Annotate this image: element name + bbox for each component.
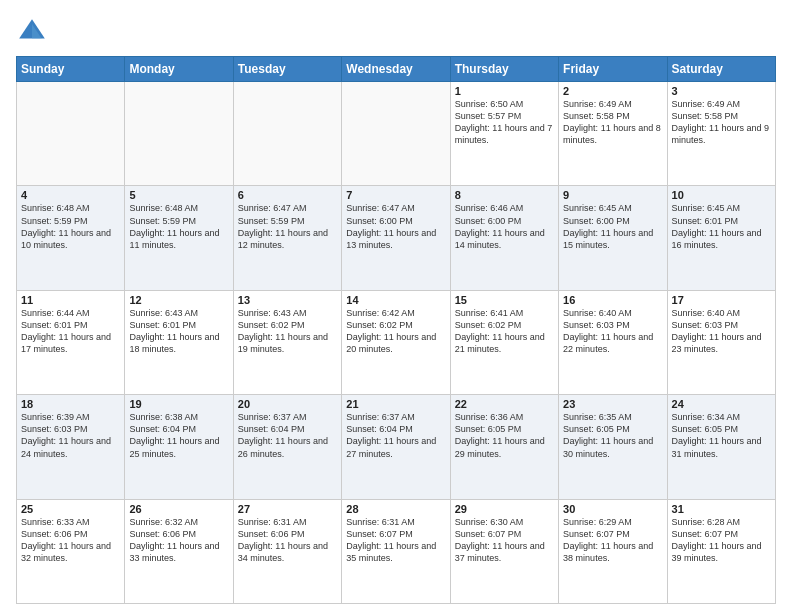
day-number: 18 bbox=[21, 398, 120, 410]
cell-info: Sunrise: 6:46 AM Sunset: 6:00 PM Dayligh… bbox=[455, 202, 554, 251]
cell-info: Sunrise: 6:43 AM Sunset: 6:02 PM Dayligh… bbox=[238, 307, 337, 356]
day-header: Saturday bbox=[667, 57, 775, 82]
cell-info: Sunrise: 6:38 AM Sunset: 6:04 PM Dayligh… bbox=[129, 411, 228, 460]
calendar-header: SundayMondayTuesdayWednesdayThursdayFrid… bbox=[17, 57, 776, 82]
day-number: 17 bbox=[672, 294, 771, 306]
day-number: 25 bbox=[21, 503, 120, 515]
calendar-cell: 16Sunrise: 6:40 AM Sunset: 6:03 PM Dayli… bbox=[559, 290, 667, 394]
calendar-cell: 7Sunrise: 6:47 AM Sunset: 6:00 PM Daylig… bbox=[342, 186, 450, 290]
day-number: 14 bbox=[346, 294, 445, 306]
calendar-cell: 26Sunrise: 6:32 AM Sunset: 6:06 PM Dayli… bbox=[125, 499, 233, 603]
header bbox=[16, 16, 776, 48]
calendar-week-row: 25Sunrise: 6:33 AM Sunset: 6:06 PM Dayli… bbox=[17, 499, 776, 603]
day-number: 6 bbox=[238, 189, 337, 201]
day-number: 15 bbox=[455, 294, 554, 306]
cell-info: Sunrise: 6:37 AM Sunset: 6:04 PM Dayligh… bbox=[346, 411, 445, 460]
calendar-cell: 3Sunrise: 6:49 AM Sunset: 5:58 PM Daylig… bbox=[667, 82, 775, 186]
day-header: Wednesday bbox=[342, 57, 450, 82]
day-number: 27 bbox=[238, 503, 337, 515]
day-number: 4 bbox=[21, 189, 120, 201]
calendar-cell: 19Sunrise: 6:38 AM Sunset: 6:04 PM Dayli… bbox=[125, 395, 233, 499]
day-number: 23 bbox=[563, 398, 662, 410]
cell-info: Sunrise: 6:49 AM Sunset: 5:58 PM Dayligh… bbox=[672, 98, 771, 147]
day-number: 7 bbox=[346, 189, 445, 201]
day-number: 9 bbox=[563, 189, 662, 201]
cell-info: Sunrise: 6:47 AM Sunset: 6:00 PM Dayligh… bbox=[346, 202, 445, 251]
day-number: 10 bbox=[672, 189, 771, 201]
cell-info: Sunrise: 6:33 AM Sunset: 6:06 PM Dayligh… bbox=[21, 516, 120, 565]
calendar-week-row: 4Sunrise: 6:48 AM Sunset: 5:59 PM Daylig… bbox=[17, 186, 776, 290]
calendar-cell bbox=[17, 82, 125, 186]
day-number: 2 bbox=[563, 85, 662, 97]
calendar-week-row: 1Sunrise: 6:50 AM Sunset: 5:57 PM Daylig… bbox=[17, 82, 776, 186]
day-number: 13 bbox=[238, 294, 337, 306]
day-number: 21 bbox=[346, 398, 445, 410]
cell-info: Sunrise: 6:29 AM Sunset: 6:07 PM Dayligh… bbox=[563, 516, 662, 565]
calendar-cell: 25Sunrise: 6:33 AM Sunset: 6:06 PM Dayli… bbox=[17, 499, 125, 603]
day-number: 26 bbox=[129, 503, 228, 515]
cell-info: Sunrise: 6:39 AM Sunset: 6:03 PM Dayligh… bbox=[21, 411, 120, 460]
cell-info: Sunrise: 6:34 AM Sunset: 6:05 PM Dayligh… bbox=[672, 411, 771, 460]
calendar-cell: 15Sunrise: 6:41 AM Sunset: 6:02 PM Dayli… bbox=[450, 290, 558, 394]
cell-info: Sunrise: 6:31 AM Sunset: 6:07 PM Dayligh… bbox=[346, 516, 445, 565]
day-number: 30 bbox=[563, 503, 662, 515]
day-number: 31 bbox=[672, 503, 771, 515]
cell-info: Sunrise: 6:31 AM Sunset: 6:06 PM Dayligh… bbox=[238, 516, 337, 565]
cell-info: Sunrise: 6:40 AM Sunset: 6:03 PM Dayligh… bbox=[672, 307, 771, 356]
calendar-cell: 9Sunrise: 6:45 AM Sunset: 6:00 PM Daylig… bbox=[559, 186, 667, 290]
day-number: 20 bbox=[238, 398, 337, 410]
calendar-cell: 18Sunrise: 6:39 AM Sunset: 6:03 PM Dayli… bbox=[17, 395, 125, 499]
cell-info: Sunrise: 6:36 AM Sunset: 6:05 PM Dayligh… bbox=[455, 411, 554, 460]
day-number: 3 bbox=[672, 85, 771, 97]
cell-info: Sunrise: 6:49 AM Sunset: 5:58 PM Dayligh… bbox=[563, 98, 662, 147]
day-number: 16 bbox=[563, 294, 662, 306]
calendar-cell: 10Sunrise: 6:45 AM Sunset: 6:01 PM Dayli… bbox=[667, 186, 775, 290]
cell-info: Sunrise: 6:50 AM Sunset: 5:57 PM Dayligh… bbox=[455, 98, 554, 147]
calendar-cell: 6Sunrise: 6:47 AM Sunset: 5:59 PM Daylig… bbox=[233, 186, 341, 290]
cell-info: Sunrise: 6:45 AM Sunset: 6:00 PM Dayligh… bbox=[563, 202, 662, 251]
cell-info: Sunrise: 6:41 AM Sunset: 6:02 PM Dayligh… bbox=[455, 307, 554, 356]
day-number: 24 bbox=[672, 398, 771, 410]
calendar-cell: 4Sunrise: 6:48 AM Sunset: 5:59 PM Daylig… bbox=[17, 186, 125, 290]
calendar-cell: 24Sunrise: 6:34 AM Sunset: 6:05 PM Dayli… bbox=[667, 395, 775, 499]
calendar-cell: 5Sunrise: 6:48 AM Sunset: 5:59 PM Daylig… bbox=[125, 186, 233, 290]
cell-info: Sunrise: 6:44 AM Sunset: 6:01 PM Dayligh… bbox=[21, 307, 120, 356]
svg-marker-1 bbox=[32, 24, 42, 38]
cell-info: Sunrise: 6:45 AM Sunset: 6:01 PM Dayligh… bbox=[672, 202, 771, 251]
day-number: 28 bbox=[346, 503, 445, 515]
calendar-cell: 8Sunrise: 6:46 AM Sunset: 6:00 PM Daylig… bbox=[450, 186, 558, 290]
calendar-cell: 28Sunrise: 6:31 AM Sunset: 6:07 PM Dayli… bbox=[342, 499, 450, 603]
calendar-cell: 20Sunrise: 6:37 AM Sunset: 6:04 PM Dayli… bbox=[233, 395, 341, 499]
calendar-cell: 2Sunrise: 6:49 AM Sunset: 5:58 PM Daylig… bbox=[559, 82, 667, 186]
cell-info: Sunrise: 6:32 AM Sunset: 6:06 PM Dayligh… bbox=[129, 516, 228, 565]
day-number: 29 bbox=[455, 503, 554, 515]
calendar-cell: 22Sunrise: 6:36 AM Sunset: 6:05 PM Dayli… bbox=[450, 395, 558, 499]
calendar: SundayMondayTuesdayWednesdayThursdayFrid… bbox=[16, 56, 776, 604]
cell-info: Sunrise: 6:48 AM Sunset: 5:59 PM Dayligh… bbox=[129, 202, 228, 251]
logo-icon bbox=[16, 16, 48, 48]
calendar-week-row: 18Sunrise: 6:39 AM Sunset: 6:03 PM Dayli… bbox=[17, 395, 776, 499]
cell-info: Sunrise: 6:47 AM Sunset: 5:59 PM Dayligh… bbox=[238, 202, 337, 251]
calendar-cell: 17Sunrise: 6:40 AM Sunset: 6:03 PM Dayli… bbox=[667, 290, 775, 394]
calendar-body: 1Sunrise: 6:50 AM Sunset: 5:57 PM Daylig… bbox=[17, 82, 776, 604]
calendar-cell bbox=[233, 82, 341, 186]
cell-info: Sunrise: 6:43 AM Sunset: 6:01 PM Dayligh… bbox=[129, 307, 228, 356]
calendar-cell: 11Sunrise: 6:44 AM Sunset: 6:01 PM Dayli… bbox=[17, 290, 125, 394]
day-header: Thursday bbox=[450, 57, 558, 82]
calendar-cell: 31Sunrise: 6:28 AM Sunset: 6:07 PM Dayli… bbox=[667, 499, 775, 603]
calendar-cell: 30Sunrise: 6:29 AM Sunset: 6:07 PM Dayli… bbox=[559, 499, 667, 603]
day-number: 5 bbox=[129, 189, 228, 201]
day-header: Monday bbox=[125, 57, 233, 82]
calendar-cell: 13Sunrise: 6:43 AM Sunset: 6:02 PM Dayli… bbox=[233, 290, 341, 394]
day-number: 1 bbox=[455, 85, 554, 97]
calendar-cell: 21Sunrise: 6:37 AM Sunset: 6:04 PM Dayli… bbox=[342, 395, 450, 499]
calendar-cell: 12Sunrise: 6:43 AM Sunset: 6:01 PM Dayli… bbox=[125, 290, 233, 394]
calendar-week-row: 11Sunrise: 6:44 AM Sunset: 6:01 PM Dayli… bbox=[17, 290, 776, 394]
cell-info: Sunrise: 6:40 AM Sunset: 6:03 PM Dayligh… bbox=[563, 307, 662, 356]
cell-info: Sunrise: 6:42 AM Sunset: 6:02 PM Dayligh… bbox=[346, 307, 445, 356]
day-number: 19 bbox=[129, 398, 228, 410]
cell-info: Sunrise: 6:28 AM Sunset: 6:07 PM Dayligh… bbox=[672, 516, 771, 565]
cell-info: Sunrise: 6:48 AM Sunset: 5:59 PM Dayligh… bbox=[21, 202, 120, 251]
header-row: SundayMondayTuesdayWednesdayThursdayFrid… bbox=[17, 57, 776, 82]
day-header: Friday bbox=[559, 57, 667, 82]
